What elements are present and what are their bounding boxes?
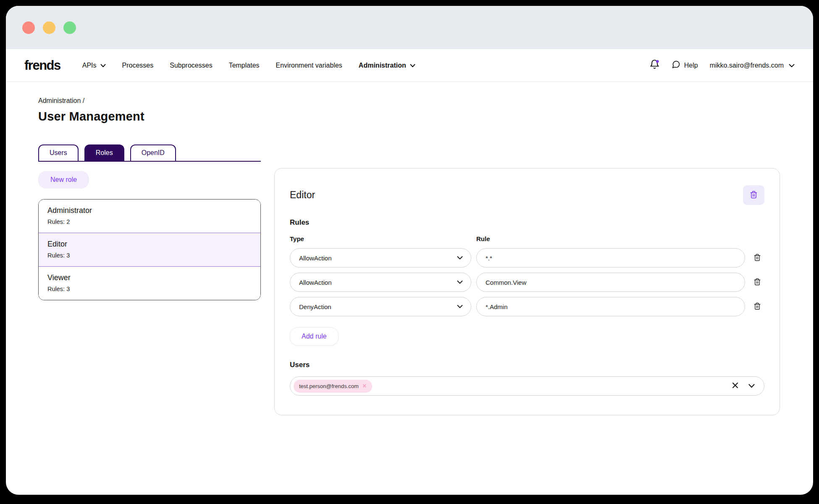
help-button[interactable]: Help <box>672 60 698 71</box>
trash-icon <box>753 278 761 287</box>
role-name: Editor <box>47 240 252 249</box>
add-rule-button[interactable]: Add rule <box>290 327 339 346</box>
roles-column: Users Roles OpenID New role Administrato… <box>38 144 261 300</box>
panel-header: Editor <box>290 185 764 205</box>
multiselect-controls <box>732 382 755 390</box>
rule-value-input-1[interactable] <box>476 248 745 268</box>
rule-type-select-2[interactable]: AllowAction <box>290 273 471 292</box>
close-window-button[interactable] <box>22 21 35 34</box>
main-content: Administration / User Management Users R… <box>6 82 813 415</box>
role-item-editor[interactable]: Editor Rules: 3 <box>39 233 260 267</box>
remove-user-chip-icon[interactable]: ✕ <box>362 383 367 388</box>
role-list: Administrator Rules: 2 Editor Rules: 3 V… <box>38 199 261 300</box>
clear-users-button[interactable] <box>732 382 738 390</box>
bell-icon <box>649 59 660 71</box>
rule-column-header: Rule <box>476 235 745 242</box>
tab-openid[interactable]: OpenID <box>130 144 176 161</box>
breadcrumb[interactable]: Administration / <box>38 97 780 105</box>
chevron-down-icon <box>457 256 463 260</box>
trash-icon <box>750 191 758 200</box>
tab-bar: Users Roles OpenID <box>38 144 261 162</box>
delete-rule-button-1[interactable] <box>750 254 764 262</box>
tab-users[interactable]: Users <box>38 144 79 161</box>
rule-value-input-2[interactable] <box>476 273 745 292</box>
nav-item-processes[interactable]: Processes <box>122 62 154 69</box>
users-section-label: Users <box>290 361 764 369</box>
role-rules-count: Rules: 3 <box>47 252 252 259</box>
rules-grid: Type Rule AllowAction <box>290 235 764 316</box>
top-navbar: frends APIs Processes Subprocesses Templ… <box>6 49 813 82</box>
users-multiselect[interactable]: test.person@frends.com ✕ <box>290 376 764 396</box>
trash-icon <box>753 254 761 262</box>
tab-roles[interactable]: Roles <box>84 144 124 161</box>
nav-item-administration[interactable]: Administration <box>359 62 415 69</box>
user-menu[interactable]: mikko.sairo@frends.com <box>710 62 795 69</box>
maximize-window-button[interactable] <box>63 21 76 34</box>
role-detail-column: Editor Rules <box>274 168 780 415</box>
role-name: Administrator <box>47 206 252 215</box>
chat-bubble-icon <box>672 60 680 71</box>
delete-role-button[interactable] <box>743 185 764 205</box>
clear-icon <box>732 382 738 390</box>
chevron-down-icon <box>100 62 106 69</box>
delete-rule-button-3[interactable] <box>750 302 764 311</box>
user-chip: test.person@frends.com ✕ <box>294 380 372 393</box>
trash-icon <box>753 302 761 311</box>
nav-item-environment-variables[interactable]: Environment variables <box>276 62 342 69</box>
new-role-button[interactable]: New role <box>38 171 89 189</box>
window-titlebar <box>6 6 813 49</box>
role-item-administrator[interactable]: Administrator Rules: 2 <box>39 200 260 233</box>
delete-rule-button-2[interactable] <box>750 278 764 287</box>
role-title: Editor <box>290 189 315 201</box>
rule-type-select-3[interactable]: DenyAction <box>290 297 471 316</box>
role-detail-panel: Editor Rules <box>274 168 780 415</box>
chevron-down-icon <box>789 62 795 69</box>
rule-type-select-1[interactable]: AllowAction <box>290 248 471 268</box>
chevron-down-icon <box>457 305 463 309</box>
nav-item-subprocesses[interactable]: Subprocesses <box>170 62 212 69</box>
chevron-down-icon <box>410 62 415 69</box>
notifications-button[interactable] <box>649 59 660 71</box>
content-row: Users Roles OpenID New role Administrato… <box>38 144 780 415</box>
chevron-down-icon <box>457 281 463 284</box>
type-column-header: Type <box>290 235 471 242</box>
rules-section-label: Rules <box>290 218 764 227</box>
rule-value-input-3[interactable] <box>476 297 745 316</box>
navbar-right: Help mikko.sairo@frends.com <box>649 59 795 71</box>
nav-item-templates[interactable]: Templates <box>229 62 260 69</box>
role-item-viewer[interactable]: Viewer Rules: 3 <box>39 267 260 300</box>
nav-item-apis[interactable]: APIs <box>82 62 106 69</box>
app-window: frends APIs Processes Subprocesses Templ… <box>6 6 813 495</box>
help-label: Help <box>684 62 698 69</box>
role-rules-count: Rules: 3 <box>47 286 252 292</box>
minimize-window-button[interactable] <box>43 21 55 34</box>
role-name: Viewer <box>47 273 252 282</box>
user-chip-label: test.person@frends.com <box>299 383 359 389</box>
frends-logo: frends <box>24 58 60 73</box>
chevron-down-icon[interactable] <box>748 382 755 390</box>
user-email: mikko.sairo@frends.com <box>710 62 784 69</box>
role-rules-count: Rules: 2 <box>47 218 252 225</box>
nav-items: APIs Processes Subprocesses Templates En… <box>82 62 415 69</box>
page-title: User Management <box>38 110 780 123</box>
